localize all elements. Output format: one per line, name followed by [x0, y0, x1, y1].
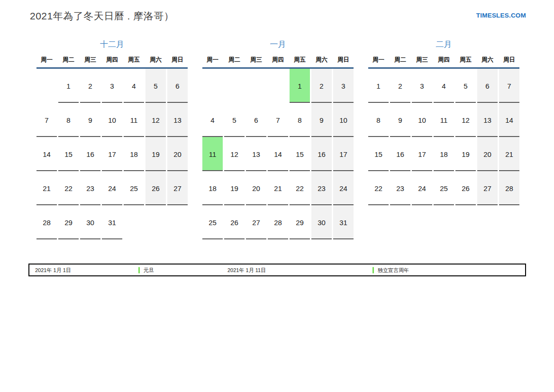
day-cell: 13	[246, 137, 266, 171]
week-row: 123456	[36, 69, 188, 103]
week-row: 1234567	[368, 69, 519, 103]
day-cell: 5	[224, 103, 245, 137]
day-cell: 12	[455, 103, 476, 137]
day-cell: 5	[145, 69, 166, 103]
day-number: 11	[130, 116, 138, 124]
empty-cell	[167, 205, 188, 239]
day-number: 15	[296, 150, 304, 158]
day-number: 17	[108, 150, 116, 158]
day-number: 3	[420, 82, 424, 90]
weekday-row: 周一周二周三周四周五周六周日	[202, 56, 354, 64]
week-row: 78910111213	[36, 103, 188, 137]
week-row: 22232425262728	[368, 171, 519, 205]
day-number: 21	[505, 150, 513, 158]
day-cell: 27	[167, 171, 188, 205]
day-number: 27	[483, 184, 491, 192]
month-grid: 1234567891011121314151617181920212223242…	[36, 69, 188, 239]
weekday-label: 周日	[499, 56, 519, 64]
day-number: 18	[440, 150, 448, 158]
day-cell: 3	[333, 69, 354, 103]
day-cell: 25	[202, 205, 223, 239]
day-number: 19	[230, 184, 238, 192]
day-number: 29	[296, 219, 304, 227]
weekday-label: 周二	[224, 56, 245, 64]
day-cell: 4	[202, 103, 223, 137]
day-cell: 21	[36, 171, 57, 205]
day-cell: 26	[455, 171, 476, 205]
day-cell: 22	[58, 171, 79, 205]
holiday-marker-icon	[372, 267, 374, 273]
day-cell: 19	[455, 137, 476, 171]
day-number: 10	[418, 116, 426, 124]
day-number: 29	[64, 219, 73, 227]
day-cell: 23	[311, 171, 332, 205]
day-number: 1	[376, 82, 380, 90]
day-cell: 5	[455, 69, 476, 103]
holiday-marker-icon	[138, 267, 140, 273]
day-cell: 8	[290, 103, 310, 137]
day-number: 20	[173, 150, 182, 158]
legend-date: 2021年 1月 1日	[35, 266, 71, 273]
day-cell: 7	[499, 69, 519, 103]
day-number: 7	[276, 116, 280, 124]
month-3: 二月周一周二周三周四周五周六周日123456789101112131415161…	[368, 39, 519, 205]
weekday-label: 周四	[102, 56, 122, 64]
day-number: 27	[252, 219, 260, 227]
day-number: 30	[86, 219, 94, 227]
day-number: 25	[209, 219, 217, 227]
day-number: 9	[319, 116, 323, 124]
day-cell: 2	[390, 69, 410, 103]
month-title: 二月	[368, 39, 519, 50]
day-number: 25	[130, 184, 138, 192]
day-cell: 15	[368, 137, 389, 171]
empty-cell	[224, 69, 245, 103]
day-number: 10	[108, 116, 116, 124]
day-number: 25	[440, 184, 448, 192]
day-cell: 24	[102, 171, 122, 205]
day-cell: 23	[80, 171, 100, 205]
day-cell: 2	[311, 69, 332, 103]
weekday-label: 周六	[477, 56, 498, 64]
week-row: 891011121314	[368, 103, 519, 137]
empty-cell	[145, 205, 166, 239]
day-number: 21	[274, 184, 282, 192]
day-cell: 16	[390, 137, 410, 171]
day-number: 18	[209, 184, 217, 192]
weekday-label: 周六	[145, 56, 166, 64]
day-number: 6	[254, 116, 258, 124]
day-number: 9	[88, 116, 92, 124]
day-number: 30	[318, 219, 326, 227]
day-number: 24	[418, 184, 426, 192]
day-cell: 7	[36, 103, 57, 137]
day-number: 1	[298, 82, 301, 90]
day-number: 22	[64, 184, 73, 192]
week-row: 123	[202, 69, 354, 103]
day-number: 3	[110, 82, 114, 90]
day-cell: 27	[477, 171, 498, 205]
day-number: 26	[230, 219, 238, 227]
weekday-label: 周二	[390, 56, 410, 64]
weekday-label: 周三	[246, 56, 266, 64]
day-number: 11	[440, 116, 448, 124]
day-number: 26	[462, 184, 470, 192]
calendars: 十二月周一周二周三周四周五周六周日12345678910111213141516…	[0, 0, 554, 392]
day-cell: 3	[102, 69, 122, 103]
day-cell: 10	[412, 103, 432, 137]
day-number: 21	[43, 184, 51, 192]
day-cell: 3	[412, 69, 432, 103]
day-cell: 18	[202, 171, 223, 205]
day-number: 15	[64, 150, 73, 158]
day-cell: 28	[36, 205, 57, 239]
day-number: 5	[154, 82, 157, 90]
day-cell: 22	[290, 171, 310, 205]
day-number: 17	[418, 150, 426, 158]
day-cell: 6	[477, 69, 498, 103]
day-number: 16	[318, 150, 326, 158]
day-cell: 20	[246, 171, 266, 205]
day-cell: 15	[290, 137, 310, 171]
day-cell: 28	[268, 205, 288, 239]
day-number: 14	[43, 150, 51, 158]
day-cell: 10	[333, 103, 354, 137]
day-number: 4	[210, 116, 214, 124]
day-cell: 19	[145, 137, 166, 171]
